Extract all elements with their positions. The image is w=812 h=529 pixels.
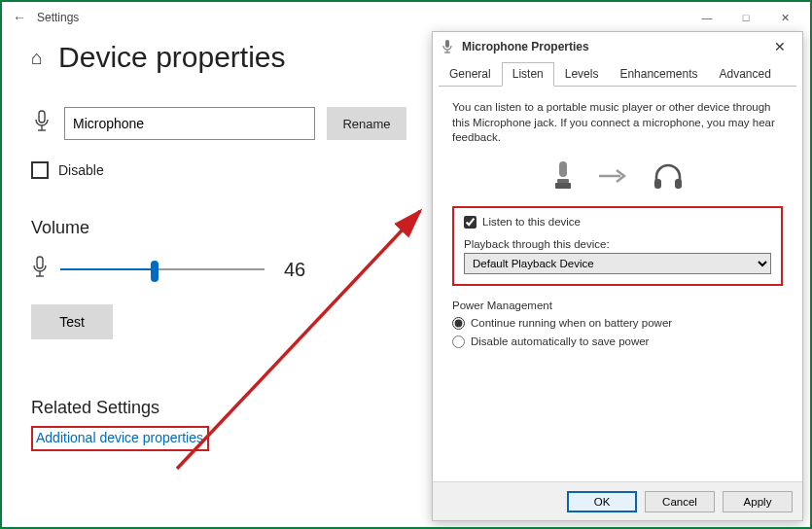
back-button[interactable]: ← (8, 10, 31, 25)
svg-rect-3 (37, 257, 43, 268)
headphones-icon (652, 161, 685, 193)
maximize-button[interactable]: □ (726, 4, 765, 31)
svg-rect-11 (557, 179, 569, 183)
dialog-tabs: General Listen Levels Enhancements Advan… (433, 61, 802, 86)
minimize-button[interactable]: ― (688, 4, 726, 31)
page-title: Device properties (58, 41, 285, 74)
tab-listen[interactable]: Listen (502, 62, 554, 87)
listen-to-device-label: Listen to this device (482, 216, 581, 228)
cancel-button[interactable]: Cancel (645, 491, 715, 512)
power-management-label: Power Management (452, 300, 783, 311)
listen-to-device-checkbox[interactable] (464, 216, 477, 229)
volume-value: 46 (284, 259, 305, 281)
disable-checkbox[interactable] (31, 161, 49, 179)
microphone-icon (439, 39, 456, 54)
microphone-icon (550, 159, 576, 194)
continue-running-radio[interactable] (452, 317, 465, 330)
svg-rect-14 (675, 179, 682, 189)
disable-label: Disable (58, 162, 104, 178)
disable-auto-label: Disable automatically to save power (471, 335, 649, 347)
volume-slider[interactable] (60, 260, 265, 279)
microphone-icon (31, 256, 49, 283)
apply-button[interactable]: Apply (723, 491, 793, 512)
tab-advanced[interactable]: Advanced (708, 62, 781, 87)
dialog-close-button[interactable]: ✕ (763, 39, 796, 54)
home-icon[interactable]: ⌂ (31, 47, 43, 69)
microphone-icon (31, 110, 53, 137)
continue-running-label: Continue running when on battery power (471, 317, 672, 329)
annotation-highlight: Additional device properties (31, 426, 209, 451)
device-name-input[interactable] (64, 107, 315, 140)
tab-levels[interactable]: Levels (554, 62, 610, 87)
disable-auto-radio[interactable] (452, 335, 465, 348)
close-button[interactable]: ✕ (765, 4, 804, 31)
tab-enhancements[interactable]: Enhancements (609, 62, 708, 87)
ok-button[interactable]: OK (567, 491, 637, 512)
annotation-highlight: Listen to this device Playback through t… (452, 206, 783, 286)
playback-device-select[interactable]: Default Playback Device (464, 253, 771, 274)
svg-rect-12 (555, 183, 571, 189)
svg-rect-0 (39, 111, 45, 123)
window-title: Settings (37, 11, 79, 24)
device-diagram (452, 159, 783, 194)
additional-device-properties-link[interactable]: Additional device properties (36, 430, 203, 445)
playback-through-label: Playback through this device: (464, 238, 771, 250)
arrow-right-icon (597, 167, 630, 187)
rename-button[interactable]: Rename (327, 107, 406, 140)
listen-info-text: You can listen to a portable music playe… (452, 100, 783, 146)
svg-rect-7 (445, 40, 449, 48)
dialog-title: Microphone Properties (462, 40, 589, 53)
tab-general[interactable]: General (439, 62, 502, 87)
test-button[interactable]: Test (31, 304, 113, 339)
svg-rect-13 (654, 179, 661, 189)
svg-rect-10 (559, 161, 567, 177)
microphone-properties-dialog: Microphone Properties ✕ General Listen L… (432, 31, 803, 521)
